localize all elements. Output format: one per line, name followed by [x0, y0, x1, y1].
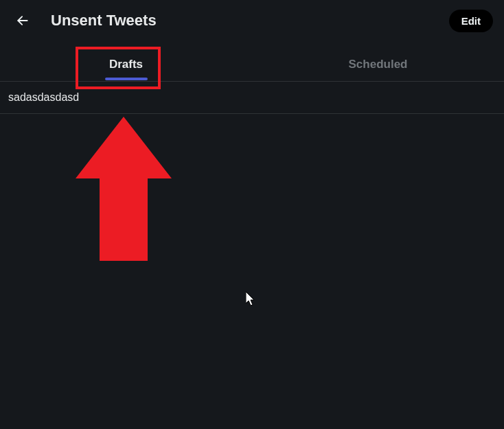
back-button[interactable] [11, 9, 34, 32]
svg-marker-1 [76, 117, 172, 261]
draft-text: sadasdasdasd [8, 91, 79, 103]
tab-drafts[interactable]: Drafts [0, 47, 252, 81]
edit-button[interactable]: Edit [449, 10, 493, 32]
header: Unsent Tweets Edit [0, 0, 504, 41]
tab-scheduled-label: Scheduled [349, 58, 408, 71]
svg-marker-2 [246, 292, 254, 305]
tab-drafts-label: Drafts [109, 58, 143, 71]
annotation-arrow-up-icon [76, 117, 172, 268]
cursor-icon [246, 292, 258, 308]
page-title: Unsent Tweets [51, 12, 449, 30]
tabs: Drafts Scheduled [0, 47, 504, 82]
draft-item[interactable]: sadasdasdasd [0, 82, 504, 114]
tab-scheduled[interactable]: Scheduled [252, 47, 504, 81]
draft-list: sadasdasdasd [0, 82, 504, 114]
arrow-left-icon [16, 14, 30, 27]
